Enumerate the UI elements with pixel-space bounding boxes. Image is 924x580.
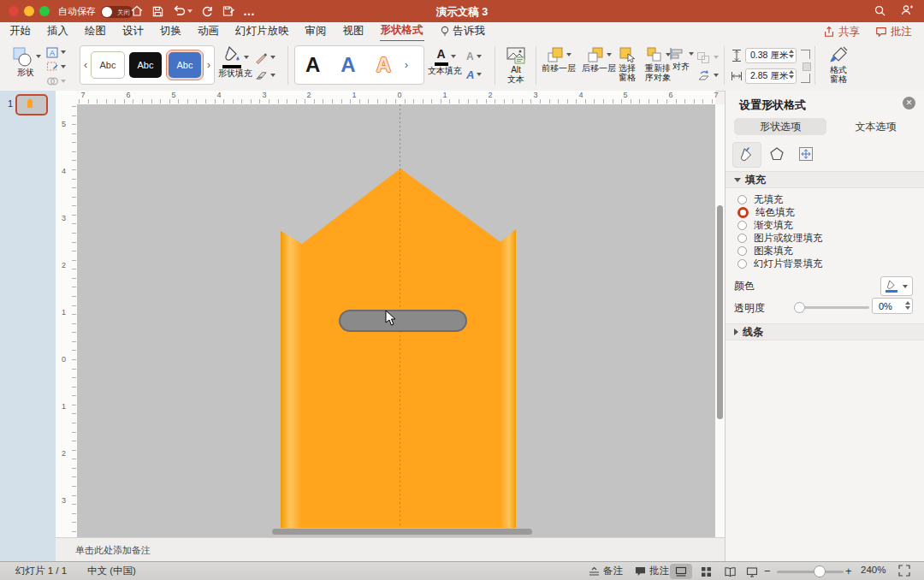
- fill-option-solid[interactable]: 纯色填充: [737, 206, 795, 218]
- reading-view-button[interactable]: [719, 564, 741, 579]
- zoom-level[interactable]: 240%: [861, 565, 886, 575]
- shape-height-input[interactable]: 0.38 厘米: [745, 48, 797, 63]
- shape-style-1[interactable]: Abc: [91, 51, 125, 79]
- size-properties-tab[interactable]: [792, 142, 820, 166]
- save-copy-icon[interactable]: [222, 4, 235, 18]
- shape-effects-button[interactable]: [255, 66, 275, 85]
- height-steppers[interactable]: [789, 50, 794, 58]
- tab-text-options[interactable]: 文本选项: [835, 118, 916, 135]
- zoom-slider-track[interactable]: [777, 571, 844, 573]
- line-section-header[interactable]: 线条: [726, 323, 924, 340]
- tab-view[interactable]: 视图: [342, 22, 365, 41]
- zoom-slider-knob[interactable]: [814, 565, 826, 577]
- group-objects-button[interactable]: [696, 49, 719, 66]
- notes-placeholder[interactable]: 单击此处添加备注: [56, 537, 725, 561]
- wordart-style-3[interactable]: A: [366, 55, 401, 75]
- comments-toggle-button[interactable]: 批注: [635, 565, 669, 577]
- tab-home[interactable]: 开始: [9, 22, 32, 41]
- fit-to-window-button[interactable]: [898, 565, 910, 577]
- shape-style-2[interactable]: Abc: [129, 52, 162, 78]
- vertical-scrollbar-thumb[interactable]: [717, 205, 723, 419]
- gallery-prev-icon[interactable]: ‹: [80, 59, 91, 71]
- contacts-icon[interactable]: [900, 3, 914, 17]
- width-steppers[interactable]: [789, 70, 794, 79]
- gallery-next-icon[interactable]: ›: [204, 59, 214, 71]
- align-button[interactable]: 对齐: [666, 46, 696, 71]
- merge-shapes-icon: [46, 76, 58, 86]
- bring-forward-button[interactable]: 前移一层: [540, 46, 578, 73]
- language-indicator[interactable]: 中文 (中国): [87, 565, 136, 577]
- tab-slideshow[interactable]: 幻灯片放映: [234, 22, 290, 41]
- undo-icon[interactable]: [172, 4, 192, 18]
- notes-toggle-button[interactable]: 备注: [589, 565, 623, 577]
- slideshow-view-button[interactable]: [741, 564, 763, 579]
- tab-transitions[interactable]: 切换: [159, 22, 182, 41]
- insert-shape-button[interactable]: 形状: [5, 45, 46, 77]
- search-icon[interactable]: [874, 4, 886, 17]
- slide-sorter-view-button[interactable]: [695, 564, 717, 579]
- tab-design[interactable]: 设计: [121, 22, 145, 41]
- share-button[interactable]: 共享: [823, 25, 860, 39]
- autosave-toggle[interactable]: 关闭: [101, 6, 133, 18]
- home-icon[interactable]: [130, 4, 144, 18]
- tab-shape-format[interactable]: 形状格式: [380, 21, 424, 42]
- close-window-button[interactable]: [9, 6, 19, 16]
- fill-option-pattern[interactable]: 图案填充: [737, 245, 793, 257]
- save-icon[interactable]: [151, 5, 164, 18]
- fill-option-picture[interactable]: 图片或纹理填充: [737, 232, 823, 244]
- more-options-icon[interactable]: …: [243, 4, 255, 18]
- fill-and-color-tab[interactable]: [732, 142, 761, 168]
- rotate-objects-button[interactable]: [696, 66, 719, 85]
- wordart-style-2[interactable]: A: [330, 55, 365, 75]
- slide-canvas[interactable]: [77, 104, 715, 537]
- shape-style-selected[interactable]: Abc: [166, 50, 204, 80]
- alt-text-button[interactable]: Alt 文本: [499, 46, 533, 84]
- zoom-in-button[interactable]: +: [845, 565, 852, 577]
- transparency-slider-knob[interactable]: [794, 302, 805, 313]
- autosave-state: 关闭: [117, 9, 130, 17]
- tab-animations[interactable]: 动画: [197, 22, 220, 41]
- horizontal-scrollbar-thumb[interactable]: [272, 529, 532, 535]
- wordart-style-1[interactable]: A: [295, 55, 330, 75]
- comments-button[interactable]: 批注: [875, 25, 912, 39]
- fill-section-header[interactable]: 填充: [726, 171, 924, 188]
- edit-shape-button[interactable]: [46, 59, 66, 74]
- merge-shapes-button[interactable]: [46, 74, 66, 88]
- format-pane-button[interactable]: 格式 窗格: [820, 46, 857, 84]
- color-dropdown-icon[interactable]: [903, 285, 908, 288]
- zoom-out-button[interactable]: −: [764, 565, 771, 577]
- fill-option-background[interactable]: 幻灯片背景填充: [737, 257, 823, 269]
- minimize-window-button[interactable]: [24, 6, 34, 16]
- fullscreen-window-button[interactable]: [39, 6, 50, 16]
- shape-outline-button[interactable]: [255, 49, 275, 66]
- fill-option-none[interactable]: 无填充: [737, 193, 784, 205]
- undo-dropdown-icon[interactable]: [187, 9, 192, 13]
- shape-fill-button[interactable]: 形状填充: [217, 45, 253, 78]
- effects-tab[interactable]: [763, 142, 791, 166]
- slide-thumbnail[interactable]: [15, 94, 48, 115]
- fill-option-gradient[interactable]: 渐变填充: [737, 219, 793, 231]
- gray-rounded-rectangle-shape[interactable]: [339, 310, 467, 332]
- transparency-slider[interactable]: [796, 306, 869, 309]
- text-outline-button[interactable]: A: [466, 48, 482, 65]
- tab-tell-me[interactable]: 告诉我: [439, 22, 487, 41]
- lock-aspect-checkbox[interactable]: [803, 62, 811, 71]
- normal-view-button[interactable]: [670, 564, 692, 579]
- selection-pane-button[interactable]: 选择 窗格: [613, 46, 642, 82]
- close-pane-icon[interactable]: ✕: [903, 97, 915, 109]
- shape-width-input[interactable]: 2.85 厘米: [745, 68, 797, 84]
- color-label: 颜色: [734, 279, 755, 293]
- tab-insert[interactable]: 插入: [46, 22, 69, 41]
- tab-review[interactable]: 审阅: [305, 22, 328, 41]
- wordart-gallery-next-icon[interactable]: ›: [401, 59, 412, 71]
- transparency-steppers[interactable]: [905, 301, 910, 310]
- tab-draw[interactable]: 绘图: [84, 22, 107, 41]
- tab-shape-options[interactable]: 形状选项: [734, 118, 826, 135]
- text-box-button[interactable]: A: [46, 45, 66, 59]
- redo-icon[interactable]: [200, 4, 214, 18]
- text-effects-button[interactable]: A: [466, 65, 482, 84]
- transparency-input[interactable]: 0%: [872, 298, 913, 314]
- fill-color-button[interactable]: [880, 276, 913, 296]
- transparency-label: 透明度: [734, 301, 765, 316]
- text-fill-button[interactable]: A 文本填充: [427, 46, 463, 75]
